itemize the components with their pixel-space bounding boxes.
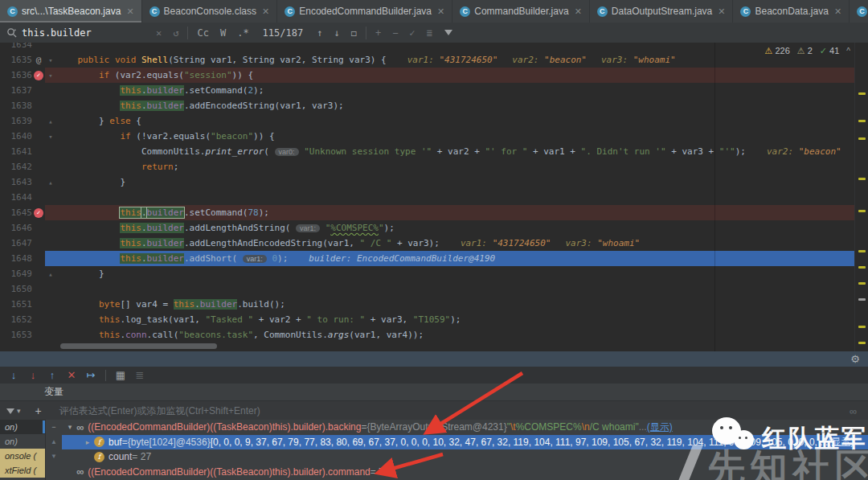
add-occurrence-icon[interactable]: +	[375, 27, 381, 39]
force-step-into-icon[interactable]: ↓	[24, 369, 42, 381]
watch-row[interactable]: ▾∞((EncodedCommandBuilder)((TaskBeacon)t…	[62, 420, 868, 435]
editor-line[interactable]: 1645✓ this.builder.setCommand(78);	[0, 205, 855, 220]
code-editor[interactable]: 16341635@▾ public void Shell(String var1…	[0, 43, 868, 351]
line-number[interactable]: 1638	[0, 101, 32, 111]
stripe-mark[interactable]	[858, 266, 866, 269]
line-number[interactable]: 1651	[0, 299, 32, 310]
editor-line[interactable]: 1649▴ }	[0, 266, 855, 281]
show-value-link[interactable]: (显示)	[828, 435, 854, 449]
line-number[interactable]: 1640	[0, 131, 32, 142]
breakpoint-icon[interactable]: ✓	[34, 71, 43, 80]
fold-icon[interactable]: ▴	[45, 117, 56, 125]
previous-occurrence-icon[interactable]: ↑	[317, 27, 322, 39]
editor-tab[interactable]: CBeaconData.java✕	[733, 0, 850, 23]
horizontal-scrollbar[interactable]	[60, 343, 217, 349]
line-number[interactable]: 1648	[0, 253, 32, 264]
editor-line[interactable]: 1639▴ } else {	[0, 113, 855, 129]
clear-search-icon[interactable]: ✕	[156, 27, 162, 39]
editor-line[interactable]: 1647 this.builder.addLengthAndEncodedStr…	[0, 236, 855, 251]
search-history-icon[interactable]: ↺	[173, 27, 178, 39]
search-icon[interactable]	[6, 27, 17, 38]
line-number[interactable]: 1642	[0, 162, 32, 172]
editor-line[interactable]: 1635@▾ public void Shell(String var1, St…	[0, 52, 855, 68]
editor-line[interactable]: 1648 this.builder.addShort( var1: 0);bui…	[0, 251, 855, 266]
fold-icon[interactable]: ▴	[45, 178, 56, 187]
fold-icon[interactable]: ▾	[45, 72, 56, 80]
regex-toggle[interactable]: .*	[237, 27, 248, 39]
expand-chevron-icon[interactable]: ▸	[81, 438, 94, 446]
editor-line[interactable]: 1634	[0, 43, 855, 52]
show-value-link[interactable]: (显示)	[647, 421, 673, 434]
close-tab-icon[interactable]: ✕	[262, 6, 269, 17]
editor-line[interactable]: 1636✓▾ if (var2.equals("session")) {	[0, 68, 855, 83]
editor-line[interactable]: 1653 this.conn.call("beacons.task", Comm…	[0, 327, 855, 343]
filter-funnel-icon[interactable]	[6, 408, 14, 414]
breakpoint-icon[interactable]: ✓	[34, 208, 43, 218]
line-number[interactable]: 1639	[0, 116, 32, 126]
editor-tab[interactable]: CEncodedCommandBuilder.java✕	[277, 0, 452, 23]
scroll-down-icon[interactable]: ▼	[51, 453, 57, 460]
watch-row[interactable]: ▸fbuf = {byte[1024]@4536} [0, 0, 0, 9, 3…	[62, 435, 868, 450]
editor-tab[interactable]: CCommandBuilder.java✕	[452, 0, 590, 23]
line-number[interactable]: 1645	[0, 207, 32, 218]
stripe-mark[interactable]	[858, 210, 866, 212]
stack-frame-item[interactable]: onsole (	[0, 449, 45, 463]
evaluate-expression-icon[interactable]: ▦	[112, 369, 129, 381]
stripe-mark[interactable]	[858, 137, 866, 140]
line-number[interactable]: 1634	[0, 43, 32, 50]
stack-frame-item[interactable]: xtField (	[0, 463, 45, 478]
editor-line[interactable]: 1646 this.builder.addLengthAndString( va…	[0, 220, 855, 236]
stripe-mark[interactable]	[858, 342, 866, 344]
watch-row[interactable]: fcount = 27	[62, 449, 868, 465]
error-stripe[interactable]	[854, 43, 868, 351]
fold-icon[interactable]: ▾	[45, 133, 56, 141]
remove-occurrence-icon[interactable]: −	[392, 27, 398, 39]
editor-line[interactable]: 1644	[0, 190, 855, 205]
editor-line[interactable]: 1650	[0, 281, 855, 297]
close-tab-icon[interactable]: ✕	[834, 6, 841, 17]
line-number[interactable]: 1649	[0, 269, 32, 279]
line-number[interactable]: 1644	[0, 192, 32, 203]
evaluate-expression-input[interactable]: 评估表达式(Enter)或添加监视(Ctrl+Shift+Enter)	[59, 404, 850, 418]
editor-tab[interactable]: Csrc\...\TaskBeacon.java✕	[0, 0, 142, 23]
editor-line[interactable]: 1640▾ if (!var2.equals("beacon")) {	[0, 129, 855, 144]
whole-words-toggle[interactable]: W	[220, 27, 226, 39]
step-out-icon[interactable]: ↑	[43, 369, 61, 381]
tab-variables[interactable]: 变量	[44, 385, 63, 399]
stripe-mark[interactable]	[858, 178, 866, 180]
editor-line[interactable]: 1652 this.log_task(var1, "Tasked " + var…	[0, 312, 855, 327]
line-number[interactable]: 1641	[0, 146, 32, 157]
line-number[interactable]: 1646	[0, 223, 32, 233]
step-into-icon[interactable]: ↓	[5, 369, 23, 381]
stripe-mark[interactable]	[858, 250, 866, 252]
search-filter-funnel-icon[interactable]	[444, 30, 452, 35]
line-number[interactable]: 1650	[0, 284, 32, 294]
close-tab-icon[interactable]: ✕	[437, 6, 444, 17]
select-all-occurrences-icon[interactable]: ✓	[409, 27, 415, 39]
line-number[interactable]: 1653	[0, 330, 32, 340]
editor-line[interactable]: 1638 this.builder.addEncodedString(var1,…	[0, 98, 855, 113]
stack-frame-item[interactable]: on)	[0, 420, 45, 434]
line-number[interactable]: 1635	[0, 55, 32, 65]
open-results-window-icon[interactable]: ◻	[351, 27, 357, 39]
editor-line[interactable]: 1642 return;	[0, 159, 855, 174]
editor-line[interactable]: 1643▴ }	[0, 174, 855, 190]
close-tab-icon[interactable]: ✕	[718, 6, 725, 17]
editor-line[interactable]: 1641 CommonUtils.print_error( var0: "Unk…	[0, 144, 855, 159]
close-tab-icon[interactable]: ✕	[126, 6, 133, 17]
editor-tab[interactable]: CDataOutputStream.java✕	[590, 0, 734, 23]
fold-icon[interactable]: ▾	[45, 56, 56, 64]
stripe-mark[interactable]	[858, 92, 866, 95]
collapse-inspections-icon[interactable]: ^	[846, 47, 850, 55]
editor-tab[interactable]: CBeacons.java✕	[850, 0, 868, 23]
line-number[interactable]: 1637	[0, 85, 32, 96]
gear-icon[interactable]: ⚙	[850, 353, 860, 365]
stripe-mark[interactable]	[858, 120, 866, 122]
editor-tab[interactable]: CBeaconConsole.class✕	[142, 0, 278, 23]
search-input[interactable]: this.builder	[22, 27, 118, 39]
expand-chevron-icon[interactable]: ▾	[63, 423, 76, 431]
next-occurrence-icon[interactable]: ↓	[334, 27, 339, 39]
line-number[interactable]: 1643	[0, 177, 32, 187]
line-number[interactable]: 1647	[0, 238, 32, 248]
watch-row[interactable]: ∞((EncodedCommandBuilder)((TaskBeacon)th…	[62, 465, 868, 480]
